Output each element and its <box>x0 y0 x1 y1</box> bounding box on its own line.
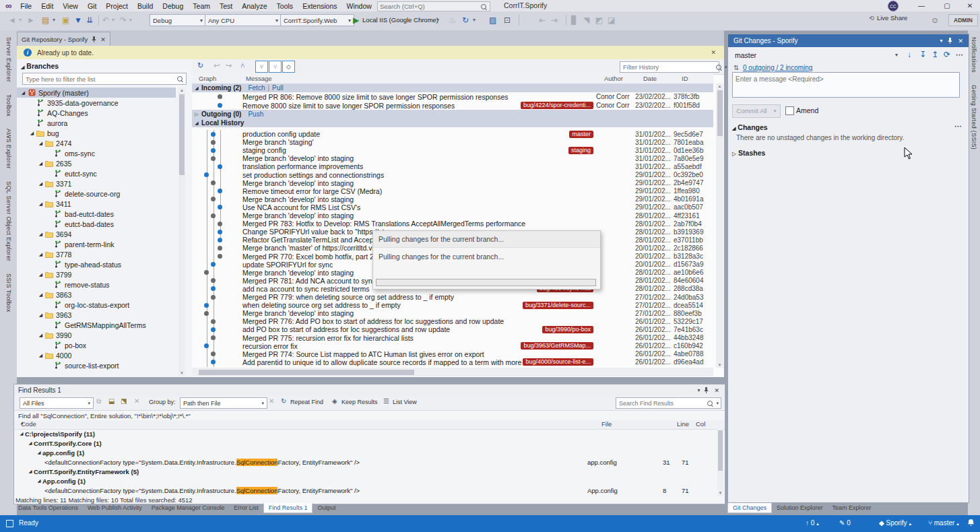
tool-tab-git-changes[interactable]: Git Changes <box>727 503 772 513</box>
tree-item-oms-sync[interactable]: oms-sync <box>17 148 176 158</box>
col-id[interactable]: ID <box>682 75 688 82</box>
tree-item-2474[interactable]: ◢2474 <box>17 138 176 148</box>
list-view-label[interactable]: List View <box>393 399 417 405</box>
tree-item-eutct-bad-dates[interactable]: eutct-bad-dates <box>17 219 176 229</box>
tree-item-getrmsmappingallterms[interactable]: GetRMSMappingAllTerms <box>17 320 176 330</box>
tree-item-4000[interactable]: ◢4000 <box>17 350 176 360</box>
find-group-row[interactable]: ◢CorrIT.Sporify.Core (1) <box>14 438 715 448</box>
menu-test[interactable]: Test <box>215 1 237 11</box>
window-position-dropdown-icon[interactable]: ▾ <box>697 387 704 393</box>
tree-item-sporify-master-[interactable]: ◢Sporify (master) <box>17 88 176 98</box>
push-icon[interactable]: ↥ <box>932 50 938 59</box>
import-results-icon[interactable]: ⬓ <box>108 397 115 405</box>
tree-expander-icon[interactable]: ◢ <box>37 141 44 146</box>
tree-expander-icon[interactable]: ◢ <box>20 90 27 96</box>
changes-menu-icon[interactable]: ⋯ <box>954 122 962 130</box>
repeat-find-label[interactable]: Repeat Find <box>290 399 323 405</box>
menu-edit[interactable]: Edit <box>36 1 58 11</box>
tool-tab-team-explorer[interactable]: Team Explorer <box>828 503 876 512</box>
tree-item-aq-changes[interactable]: AQ-Changes <box>17 108 176 118</box>
find-results-header[interactable]: Find Results 1 ▾ ✕ <box>14 385 725 396</box>
side-tab-server-explorer[interactable]: Server Explorer <box>5 30 12 88</box>
quick-search[interactable] <box>377 1 490 11</box>
commit-options-dropdown[interactable]: ▾ <box>770 104 781 118</box>
sync-status-link[interactable]: 0 outgoing / 2 incoming <box>743 64 812 71</box>
git-changes-titlebar[interactable]: Git Changes - Sporify ▾ ✕ <box>728 34 969 47</box>
tree-item-aurora[interactable]: aurora <box>17 118 176 128</box>
tree-item-3371[interactable]: ◢3371 <box>17 178 176 189</box>
section-outgoing[interactable]: ▷Outgoing (0)Push <box>192 110 713 119</box>
menu-tools[interactable]: Tools <box>272 1 298 11</box>
tree-expander-icon[interactable]: ◢ <box>37 353 44 358</box>
branch-badge[interactable]: staging <box>568 147 593 154</box>
close-button[interactable]: ✕ <box>959 0 980 11</box>
go-to-parent-icon[interactable]: ↩ <box>214 61 220 70</box>
tool-tab-output[interactable]: Output <box>313 503 340 512</box>
solution-configuration-select[interactable]: Debug▾ <box>150 14 206 26</box>
col-file[interactable]: File <box>601 420 612 428</box>
tree-item-3863[interactable]: ◢3863 <box>17 290 176 300</box>
menu-build[interactable]: Build <box>133 1 158 11</box>
tree-item-3935-data-governance[interactable]: 3935-data-governance <box>17 98 176 108</box>
col-author[interactable]: Author <box>604 75 623 82</box>
tab-close-icon[interactable]: ✕ <box>100 36 106 43</box>
compare-commits-icon[interactable]: ⑃ <box>240 61 245 69</box>
tree-expander-icon[interactable]: ◢ <box>27 440 34 446</box>
go-to-child-icon[interactable]: ↪ <box>226 61 232 70</box>
find-group-row[interactable]: ◢App.config (1) <box>14 476 715 486</box>
tree-item-bad-eutct-dates[interactable]: bad-eutct-dates <box>17 209 176 219</box>
changes-header[interactable]: ◢ Changes <box>732 123 768 131</box>
feedback-icon[interactable]: ☺ <box>931 14 939 26</box>
panel-close-icon[interactable]: ✕ <box>958 38 969 44</box>
tree-item-delete-source-org[interactable]: delete-source-org <box>17 189 176 199</box>
tree-expander-icon[interactable]: ◢ <box>36 450 42 455</box>
repeat-find-icon[interactable]: ↻ <box>281 397 286 405</box>
hot-reload-icon[interactable]: ♨ <box>449 14 456 26</box>
tree-expander-icon[interactable]: ◢ <box>37 312 44 318</box>
redo-icon[interactable]: ↷ <box>120 14 127 26</box>
show-merge-commits-toggle[interactable]: ⑂ <box>269 61 282 73</box>
tree-expander-icon[interactable]: ◢ <box>37 201 44 207</box>
start-debug-icon[interactable]: ▶ <box>353 14 359 26</box>
tree-item-3411[interactable]: ◢3411 <box>17 199 176 209</box>
history-filter[interactable]: ▾ <box>620 61 719 73</box>
bookmark-next-icon[interactable]: ◪ <box>608 14 615 26</box>
amend-checkbox[interactable] <box>785 106 794 115</box>
commit-message-input[interactable] <box>733 73 959 97</box>
tree-expander-icon[interactable]: ◢ <box>37 181 44 187</box>
solution-platform-select[interactable]: Any CPU▾ <box>205 14 282 26</box>
commit-row[interactable]: when deleting source org set address to … <box>192 301 713 309</box>
startup-project-select[interactable]: CorrIT.Sporify.Web▾ <box>280 14 354 26</box>
cancel-icon[interactable]: ✕ <box>269 397 274 405</box>
branch-picker[interactable]: ⑂ master ▴ <box>928 519 959 527</box>
section-expander-icon[interactable]: ◢ <box>192 121 201 126</box>
live-share-group[interactable]: ⟲ Live Share <box>869 14 907 22</box>
branches-header[interactable]: ◢ Branches <box>21 62 59 70</box>
run-target-dropdown[interactable]: ▾ <box>436 14 439 26</box>
tree-expander-icon[interactable]: ◢ <box>37 161 44 166</box>
find-in-files-icon[interactable]: ▨ <box>489 14 496 26</box>
commit-row[interactable]: Merged PR 806: Remove 8000 size limit to… <box>192 92 713 101</box>
tree-item-type-ahead-status[interactable]: type-ahead-status <box>17 259 176 269</box>
tree-item-source-list-export[interactable]: source-list-export <box>17 360 176 370</box>
branch-filter-input[interactable] <box>23 75 176 83</box>
commit-row[interactable]: Merged PR 783: Hotfix to Develop: RMS Tr… <box>192 220 713 228</box>
maximize-button[interactable]: ▢ <box>936 0 958 11</box>
menu-git[interactable]: Git <box>83 1 101 11</box>
tree-item-3694[interactable]: ◢3694 <box>17 229 176 239</box>
menu-file[interactable]: File <box>15 1 36 11</box>
undo-icon[interactable]: ↶ <box>102 14 109 26</box>
list-view-icon[interactable]: ☰ <box>383 397 389 405</box>
col-graph[interactable]: Graph <box>199 75 216 82</box>
find-results-search[interactable]: ▾ <box>616 397 721 409</box>
infobar-close-icon[interactable]: ✕ <box>711 49 716 56</box>
current-branch-select[interactable]: master <box>735 51 756 59</box>
tree-item-bug[interactable]: ◢bug <box>17 128 176 138</box>
save-icon[interactable]: ▼ <box>74 14 82 26</box>
commit-row[interactable]: Merged PR 776: Add PO box to start of ad… <box>192 317 713 325</box>
pushes-indicator[interactable]: ↑ 0 ▴ <box>806 519 819 527</box>
history-hscrollbar[interactable] <box>192 368 713 376</box>
col-date[interactable]: Date <box>643 75 657 82</box>
quick-search-input[interactable] <box>378 3 480 10</box>
bookmark-icon[interactable]: ◩ <box>595 14 603 26</box>
